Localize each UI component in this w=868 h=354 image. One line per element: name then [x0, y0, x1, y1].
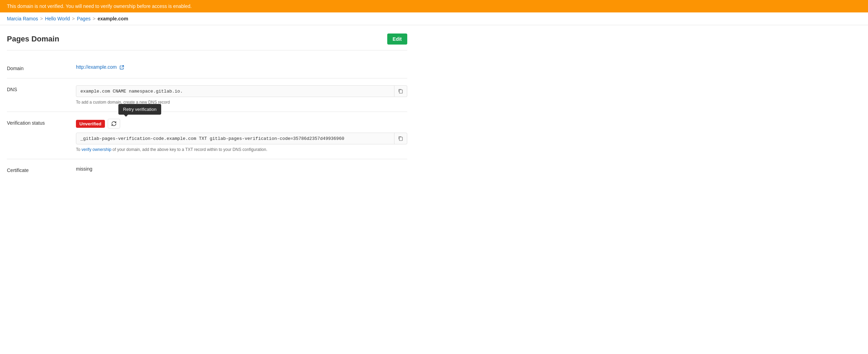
page-title: Pages Domain	[7, 35, 59, 44]
verify-ownership-link[interactable]: verify ownership	[81, 147, 111, 152]
svg-rect-1	[399, 137, 402, 141]
verification-code-wrapper	[76, 133, 407, 144]
dns-input-wrapper	[76, 85, 407, 97]
breadcrumb-item-marcia[interactable]: Marcia Ramos	[7, 16, 38, 21]
warning-banner-text: This domain is not verified. You will ne…	[7, 3, 192, 9]
breadcrumb-separator-2: >	[72, 16, 75, 21]
breadcrumb-item-hello-world[interactable]: Hello World	[45, 16, 70, 21]
certificate-label: Certificate	[7, 166, 76, 173]
dns-input[interactable]	[76, 86, 394, 97]
breadcrumb-item-pages[interactable]: Pages	[77, 16, 91, 21]
verification-copy-button[interactable]	[394, 133, 407, 144]
verification-row: Verification status Unverified Retry ver…	[7, 112, 407, 159]
certificate-value: missing	[76, 166, 407, 172]
certificate-status: missing	[76, 166, 92, 172]
dns-value: To add a custom domain, create a new DNS…	[76, 85, 407, 105]
domain-row: Domain http://example.com	[7, 57, 407, 78]
copy-icon	[398, 88, 403, 94]
breadcrumb-current: example.com	[98, 16, 128, 21]
page-header: Pages Domain Edit	[7, 34, 407, 50]
dns-label: DNS	[7, 85, 76, 92]
unverified-badge: Unverified	[76, 120, 105, 128]
domain-link[interactable]: http://example.com	[76, 64, 124, 70]
breadcrumb-separator-1: >	[40, 16, 43, 21]
edit-button[interactable]: Edit	[387, 34, 407, 45]
retry-icon	[111, 121, 117, 127]
breadcrumb-separator-3: >	[92, 16, 95, 21]
svg-rect-0	[399, 90, 402, 93]
domain-label: Domain	[7, 64, 76, 71]
warning-banner: This domain is not verified. You will ne…	[0, 0, 868, 12]
breadcrumb: Marcia Ramos > Hello World > Pages > exa…	[0, 12, 868, 25]
main-content: Pages Domain Edit Domain http://example.…	[0, 25, 414, 188]
verification-value: Unverified Retry verification	[76, 119, 407, 152]
verification-label: Verification status	[7, 119, 76, 126]
dns-row: DNS To add a custom domain, create a new…	[7, 78, 407, 112]
copy-icon-2	[398, 136, 403, 141]
verification-code-input[interactable]	[76, 133, 394, 144]
external-link-icon	[119, 65, 124, 70]
certificate-row: Certificate missing	[7, 159, 407, 180]
dns-help-text: To add a custom domain, create a new DNS…	[76, 100, 407, 105]
domain-value: http://example.com	[76, 64, 407, 70]
dns-copy-button[interactable]	[394, 86, 407, 97]
verification-area: Unverified Retry verification	[76, 119, 407, 128]
retry-verification-button[interactable]: Retry verification	[108, 119, 120, 128]
verification-help-text: To verify ownership of your domain, add …	[76, 147, 407, 152]
